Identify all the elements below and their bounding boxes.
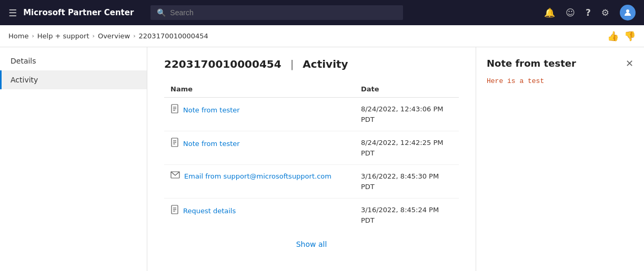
- thumbdown-icon[interactable]: 👎: [624, 30, 636, 41]
- row-link-1: Note from tester: [170, 104, 348, 116]
- row-link-2-label[interactable]: Note from tester: [183, 140, 240, 148]
- breadcrumb-home[interactable]: Home: [8, 32, 28, 40]
- section-title-label: Activity: [303, 58, 348, 70]
- gear-icon[interactable]: ⚙: [601, 7, 609, 18]
- sidebar: Details Activity: [0, 47, 147, 271]
- note-icon-2: [170, 138, 179, 149]
- app-title: Microsoft Partner Center: [23, 8, 134, 17]
- table-row: Note from tester 8/24/2022, 12:42:25 PM …: [164, 131, 459, 165]
- breadcrumb-overview[interactable]: Overview: [98, 32, 130, 40]
- hamburger-icon[interactable]: ☰: [8, 7, 17, 18]
- row-date-1: 8/24/2022, 12:43:06 PM PDT: [355, 98, 459, 131]
- row-link-2: Note from tester: [170, 138, 348, 149]
- panel-header: Note from tester ✕: [487, 58, 633, 69]
- row-date-4: 3/16/2022, 8:45:24 PM PDT: [355, 199, 459, 232]
- table-row: Request details 3/16/2022, 8:45:24 PM PD…: [164, 199, 459, 232]
- avatar[interactable]: [620, 5, 636, 20]
- main-content: 2203170010000454 | Activity Name Date: [147, 47, 476, 271]
- activity-table: Name Date: [164, 81, 459, 232]
- search-container: 🔍: [150, 5, 403, 20]
- breadcrumb-actions: 👍 👎: [607, 30, 636, 41]
- col-name-header: Name: [164, 81, 355, 98]
- svg-point-0: [626, 9, 629, 13]
- breadcrumb-sep-3: ›: [133, 33, 135, 39]
- page-title: 2203170010000454 | Activity: [164, 58, 459, 70]
- row-date-2: 8/24/2022, 12:42:25 PM PDT: [355, 131, 459, 165]
- sidebar-item-details[interactable]: Details: [0, 51, 147, 70]
- row-date-3: 3/16/2022, 8:45:30 PM PDT: [355, 165, 459, 199]
- breadcrumb: Home › Help + support › Overview › 22031…: [0, 25, 644, 47]
- show-all-link[interactable]: Show all: [296, 240, 327, 248]
- col-date-header: Date: [355, 81, 459, 98]
- row-link-4: Request details: [170, 205, 348, 216]
- thumbup-icon[interactable]: 👍: [607, 30, 619, 41]
- topnav-icons: 🔔 ☺ ? ⚙: [544, 5, 636, 20]
- note-panel: Note from tester ✕ Here is a test: [476, 47, 644, 271]
- table-row: Email from support@microsoftsupport.com …: [164, 165, 459, 199]
- row-link-3: Email from support@microsoftsupport.com: [170, 171, 348, 181]
- breadcrumb-sep-2: ›: [93, 33, 95, 39]
- note-icon-4: [170, 205, 179, 216]
- top-navigation: ☰ Microsoft Partner Center 🔍 🔔 ☺ ? ⚙: [0, 0, 644, 25]
- ticket-id-label: 2203170010000454: [164, 58, 281, 70]
- show-all-row: Show all: [164, 232, 459, 257]
- row-link-1-label[interactable]: Note from tester: [183, 106, 240, 114]
- search-input[interactable]: [170, 8, 397, 17]
- panel-body: Here is a test: [487, 77, 633, 85]
- bell-icon[interactable]: 🔔: [544, 7, 555, 18]
- help-icon[interactable]: ?: [586, 7, 591, 18]
- row-link-3-label[interactable]: Email from support@microsoftsupport.com: [184, 172, 331, 180]
- breadcrumb-help-support[interactable]: Help + support: [37, 32, 89, 40]
- row-link-4-label[interactable]: Request details: [183, 207, 236, 215]
- breadcrumb-ticket-id: 2203170010000454: [139, 32, 208, 40]
- note-icon-1: [170, 104, 179, 116]
- panel-title: Note from tester: [487, 58, 576, 69]
- close-icon[interactable]: ✕: [626, 58, 633, 69]
- table-row: Note from tester 8/24/2022, 12:43:06 PM …: [164, 98, 459, 131]
- header-separator: |: [290, 58, 294, 70]
- page-layout: Details Activity 2203170010000454 | Acti…: [0, 47, 644, 271]
- search-icon: 🔍: [157, 8, 166, 17]
- breadcrumb-sep-1: ›: [32, 33, 34, 39]
- email-icon: [170, 171, 180, 181]
- smiley-icon[interactable]: ☺: [566, 7, 575, 18]
- sidebar-item-activity[interactable]: Activity: [0, 70, 147, 89]
